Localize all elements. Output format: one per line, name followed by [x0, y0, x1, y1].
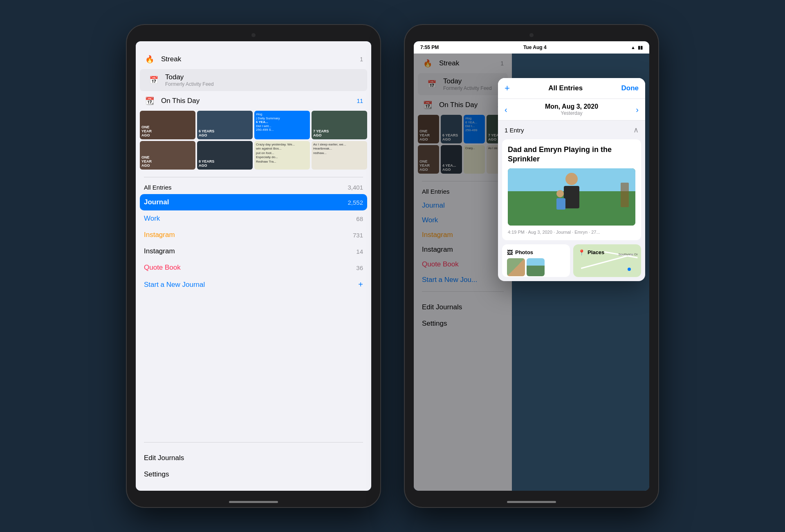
home-indicator: [229, 501, 278, 503]
modal-entry-count: 1 Entry: [505, 127, 524, 134]
journal-title: Journal: [144, 198, 169, 206]
fence-post: [621, 183, 629, 207]
photo-tile-3[interactable]: #log| Daily Summary6 YEA...Did I writ...…: [254, 111, 310, 139]
journal-entry-journal[interactable]: Journal 2,552: [140, 194, 367, 210]
modal-card[interactable]: Dad and Emryn Playing in the Sprinkler: [502, 139, 641, 240]
modal-card-meta: 4:19 PM · Aug 3, 2020 · Journal · Emryn …: [508, 230, 635, 235]
calendar-icon: 📅: [148, 74, 159, 86]
battery-icon: ▮▮: [638, 45, 643, 50]
status-date: Tue Aug 4: [523, 45, 547, 50]
photo-tile-2[interactable]: 6 YEARSAGO: [197, 111, 253, 139]
photo-tile-5[interactable]: ONEYEARAGO: [140, 141, 195, 170]
modal-entry-header: 1 Entry ∧: [498, 121, 645, 139]
photo-thumb-1: [507, 258, 525, 276]
modal-date-nav: ‹ Mon, Aug 3, 2020 Yesterday ›: [498, 99, 645, 121]
wifi-icon: ▲: [631, 45, 635, 50]
photo-tile-8[interactable]: As I sleep earlier, we...Heartbreak...re…: [312, 141, 367, 170]
divider-2: [144, 442, 363, 443]
all-entries-header: All Entries 3,401: [136, 181, 371, 194]
photo-tile-6[interactable]: 8 YEARSAGO: [197, 141, 253, 170]
right-ipad: 7:55 PM Tue Aug 4 ▲ ▮▮ 🔥 Streak 1: [405, 25, 658, 507]
today-subtitle: Formerly Activity Feed: [165, 81, 359, 87]
left-ipad-screen: 🔥 Streak 1 📅 Today Formerly Activity Fee…: [136, 41, 371, 491]
journal-entry-instagram-2[interactable]: Instagram 14: [136, 243, 371, 259]
on-this-day-label: On This Day: [161, 97, 351, 105]
modal-date-main: Mon, Aug 3, 2020: [545, 103, 598, 110]
photo-tile-1[interactable]: ONEYEARAGO: [140, 111, 195, 139]
modal-card-title: Dad and Emryn Playing in the Sprinkler: [508, 145, 635, 164]
sidebar-item-streak[interactable]: 🔥 Streak 1: [136, 49, 371, 69]
adult-head: [565, 173, 578, 185]
modal-footer: 🖼 Photos 📍 Place: [498, 244, 645, 281]
photos-label: Photos: [515, 249, 533, 255]
right-home-indicator: [507, 501, 556, 503]
left-sidebar: 🔥 Streak 1 📅 Today Formerly Activity Fee…: [136, 41, 371, 491]
journal-entry-instagram-1[interactable]: Instagram 731: [136, 227, 371, 243]
all-entries-count: 3,401: [348, 184, 363, 191]
bottom-menu: Edit Journals Settings: [136, 446, 371, 491]
places-header: 📍 Places: [573, 244, 641, 256]
streak-badge: 1: [360, 56, 363, 63]
on-this-day-section: 📆 On This Day 11 ONEYEARAGO: [136, 91, 371, 174]
modal-next-date-button[interactable]: ›: [636, 105, 639, 114]
photo-tile-4[interactable]: 7 YEARSAGO: [312, 111, 367, 139]
adult-figure: [564, 173, 579, 208]
start-new-journal-label: Start a New Journal: [144, 281, 205, 289]
instagram1-count: 731: [353, 232, 363, 239]
plus-icon: +: [358, 280, 363, 289]
status-bar: 7:55 PM Tue Aug 4 ▲ ▮▮: [414, 41, 649, 54]
edit-journals-button[interactable]: Edit Journals: [136, 450, 371, 466]
settings-button[interactable]: Settings: [136, 466, 371, 483]
journal-entry-quotebook[interactable]: Quote Book 36: [136, 259, 371, 276]
all-entries-label: All Entries: [144, 184, 172, 191]
right-ipad-screen: 7:55 PM Tue Aug 4 ▲ ▮▮ 🔥 Streak 1: [414, 41, 649, 491]
flame-icon: 🔥: [144, 54, 155, 65]
calendar-grid-icon: 📆: [144, 95, 155, 107]
today-label: Today: [165, 73, 359, 81]
on-this-day-header[interactable]: 📆 On This Day 11: [136, 91, 371, 111]
photo-tile-7[interactable]: Crazy day yesterday. We...win against Bo…: [254, 141, 310, 170]
modal-overlay: + All Entries Done ‹ Mon, Aug 3, 2020 Ye…: [414, 54, 649, 491]
photo-thumbnails: [507, 258, 565, 276]
left-screen-bg: 🔥 Streak 1 📅 Today Formerly Activity Fee…: [136, 41, 371, 491]
photo-thumb-2: [527, 258, 545, 276]
right-screen-bg: 🔥 Streak 1 📅 Today Formerly Activity Fee…: [414, 54, 649, 491]
sidebar-item-today[interactable]: 📅 Today Formerly Activity Feed: [140, 69, 367, 91]
child-body: [556, 198, 565, 210]
work-title: Work: [144, 215, 160, 223]
instagram1-title: Instagram: [144, 231, 175, 239]
journal-count: 2,552: [348, 199, 363, 206]
divider-1: [144, 177, 363, 177]
modal-done-button[interactable]: Done: [621, 84, 639, 92]
photos-tile[interactable]: 🖼 Photos: [502, 244, 570, 277]
photo-silhouette: [508, 168, 635, 226]
places-tile[interactable]: 📍 Places Southview Dr: [573, 244, 641, 277]
places-icon: 📍: [578, 249, 585, 256]
modal-header: + All Entries Done: [498, 78, 645, 99]
work-count: 68: [356, 215, 363, 222]
instagram2-title: Instagram: [144, 247, 175, 255]
places-label: Places: [588, 249, 604, 255]
modal-prev-date-button[interactable]: ‹: [505, 105, 507, 114]
streak-label: Streak: [161, 55, 354, 63]
modal-card-photo: [508, 168, 635, 226]
journal-entry-work[interactable]: Work 68: [136, 210, 371, 227]
journal-list: All Entries 3,401 Journal 2,552 Work 68 …: [136, 181, 371, 439]
quotebook-title: Quote Book: [144, 264, 181, 272]
quotebook-count: 36: [356, 264, 363, 271]
modal-plus-button[interactable]: +: [505, 83, 510, 94]
left-ipad: 🔥 Streak 1 📅 Today Formerly Activity Fee…: [127, 25, 380, 507]
map-location-dot: [628, 268, 631, 271]
start-new-journal-button[interactable]: Start a New Journal +: [136, 276, 371, 293]
instagram2-count: 14: [356, 248, 363, 255]
status-time: 7:55 PM: [420, 45, 439, 50]
chevron-up-icon: ∧: [633, 125, 639, 134]
modal-date-sub: Yesterday: [545, 110, 598, 116]
child-head: [556, 190, 564, 197]
adult-body: [564, 186, 579, 208]
modal-title: All Entries: [548, 84, 583, 92]
modal-panel: + All Entries Done ‹ Mon, Aug 3, 2020 Ye…: [498, 78, 645, 281]
photos-icon: 🖼: [507, 249, 513, 256]
photo-grid: ONEYEARAGO 6 YEARSAGO #log| Daily Summar…: [136, 111, 371, 170]
child-figure: [556, 190, 565, 210]
